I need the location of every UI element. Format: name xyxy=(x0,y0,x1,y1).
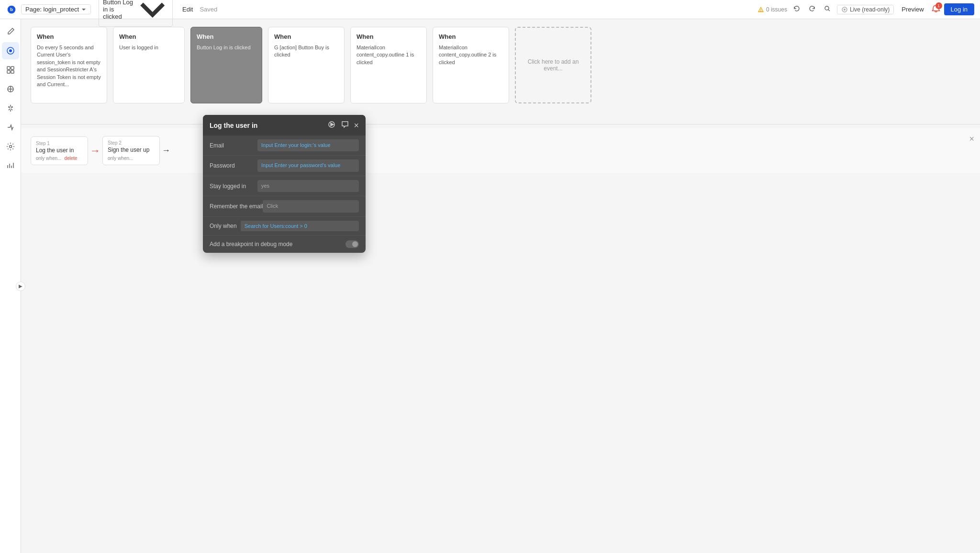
password-label: Password xyxy=(210,159,257,169)
only-when-label: Only when xyxy=(210,223,237,229)
edit-tab[interactable]: Edit xyxy=(182,6,193,13)
page-selector[interactable]: Page: login_protect xyxy=(21,4,91,14)
sidebar-item-styles[interactable] xyxy=(2,80,19,98)
stay-logged-value[interactable]: yes xyxy=(257,180,359,192)
step-1-box[interactable]: Step 1 Log the user in only when... dele… xyxy=(31,136,88,165)
workflow-card-6[interactable]: When MaterialIcon content_copy.outline 2… xyxy=(433,27,509,103)
topbar: b Page: login_protect Button Log in is c… xyxy=(0,0,980,19)
add-event-label: Click here to add an event... xyxy=(522,58,585,72)
redo-button[interactable] xyxy=(806,3,818,16)
issues-count: 0 issues xyxy=(766,6,787,13)
workflow-card-5[interactable]: When MaterialIcon content_copy.outline 1… xyxy=(350,27,427,103)
log-user-in-modal: Log the user in × Email Input Enter your… xyxy=(203,115,366,253)
page-label: Page: login_protect xyxy=(25,6,79,13)
workflow-card-1[interactable]: When Do every 5 seconds and Current User… xyxy=(31,27,107,103)
when-desc-4: G [action] Button Buy is clicked xyxy=(274,44,338,59)
sidebar-item-plugins[interactable] xyxy=(2,100,19,117)
when-label-3: When xyxy=(197,33,256,40)
sidebar-item-elements[interactable] xyxy=(2,61,19,79)
steps-row: Step 1 Log the user in only when... dele… xyxy=(31,136,970,165)
breakpoint-toggle[interactable] xyxy=(345,240,359,248)
step-2-box[interactable]: Step 2 Sign the user up only when... xyxy=(102,136,160,165)
svg-rect-9 xyxy=(7,67,10,69)
live-mode-selector[interactable]: Live (read-only) xyxy=(837,5,894,14)
only-when-row: Only when Search for Users:count > 0 xyxy=(203,217,366,236)
sidebar-item-edit[interactable] xyxy=(2,23,19,40)
workflow-card-2[interactable]: When User is logged in xyxy=(113,27,185,103)
modal-body: Email Input Enter your login:'s value Pa… xyxy=(203,135,366,236)
live-label: Live (read-only) xyxy=(850,6,890,13)
sidebar-collapse[interactable]: ▶ xyxy=(16,282,25,291)
svg-point-8 xyxy=(9,49,12,52)
breakpoint-label: Add a breakpoint in debug mode xyxy=(210,241,292,248)
login-button[interactable]: Log in xyxy=(944,3,974,15)
svg-rect-12 xyxy=(11,70,14,73)
email-label: Email xyxy=(210,139,257,149)
remember-email-row: Remember the email Click xyxy=(203,196,366,216)
sidebar-item-analytics[interactable] xyxy=(2,157,19,174)
step-2-meta[interactable]: only when... xyxy=(108,156,133,161)
stay-logged-label: Stay logged in xyxy=(210,180,257,190)
svg-rect-10 xyxy=(11,67,14,69)
notification-bell[interactable]: 1 xyxy=(932,4,940,15)
when-label-2: When xyxy=(119,33,178,40)
when-desc-3: Button Log in is clicked xyxy=(197,44,256,51)
svg-point-3 xyxy=(760,11,761,11)
modal-title: Log the user in xyxy=(210,122,257,129)
when-label-6: When xyxy=(439,33,503,40)
undo-button[interactable] xyxy=(791,3,802,16)
remember-email-value[interactable]: Click xyxy=(263,200,359,212)
when-label-5: When xyxy=(356,33,421,40)
email-row: Email Input Enter your login:'s value xyxy=(203,135,366,156)
app-logo: b xyxy=(6,4,17,15)
preview-button[interactable]: Preview xyxy=(898,4,927,15)
password-value[interactable]: Input Enter your password's value xyxy=(257,159,359,171)
when-desc-6: MaterialIcon content_copy.outline 2 is c… xyxy=(439,44,503,66)
add-event-card[interactable]: Click here to add an event... xyxy=(515,27,591,103)
workflow-card-3[interactable]: When Button Log in is clicked xyxy=(190,27,262,103)
modal-comment-button[interactable] xyxy=(340,120,350,131)
remember-email-label: Remember the email xyxy=(210,200,263,210)
password-row: Password Input Enter your password's val… xyxy=(203,156,366,176)
when-desc-2: User is logged in xyxy=(119,44,178,51)
sidebar-item-events[interactable] xyxy=(2,119,19,136)
modal-header: Log the user in × xyxy=(203,115,366,135)
modal-play-button[interactable] xyxy=(327,120,336,131)
email-value[interactable]: Input Enter your login:'s value xyxy=(257,139,359,151)
only-when-value[interactable]: Search for Users:count > 0 xyxy=(241,221,359,231)
workflow-cards-row: When Do every 5 seconds and Current User… xyxy=(21,19,980,124)
svg-rect-11 xyxy=(7,70,10,73)
step-arrow-container: → xyxy=(90,145,100,157)
when-label-4: When xyxy=(274,33,338,40)
when-desc-1: Do every 5 seconds and Current User's se… xyxy=(37,44,101,88)
sidebar: ▶ xyxy=(0,19,21,553)
sidebar-item-data[interactable] xyxy=(2,42,19,59)
when-desc-5: MaterialIcon content_copy.outline 1 is c… xyxy=(356,44,421,66)
stay-logged-row: Stay logged in yes xyxy=(203,176,366,196)
svg-point-6 xyxy=(844,9,846,11)
toggle-knob xyxy=(352,241,358,247)
search-button[interactable] xyxy=(822,3,833,16)
svg-point-4 xyxy=(825,6,829,10)
workflow-label: Button Log in is clicked xyxy=(103,0,134,20)
svg-marker-16 xyxy=(331,123,334,126)
main-content: When Do every 5 seconds and Current User… xyxy=(21,19,980,553)
modal-close-button[interactable]: × xyxy=(354,121,359,130)
saved-status: Saved xyxy=(200,6,217,13)
modal-footer: Add a breakpoint in debug mode xyxy=(203,236,366,253)
steps-area: Step 1 Log the user in only when... dele… xyxy=(21,128,980,173)
notification-badge: 1 xyxy=(935,2,942,9)
modal-header-actions: × xyxy=(327,120,359,131)
svg-rect-2 xyxy=(760,9,761,11)
step-2-number: Step 2 xyxy=(108,140,155,146)
sidebar-item-settings[interactable] xyxy=(2,138,19,155)
step-1-delete[interactable]: delete xyxy=(64,156,77,161)
when-label-1: When xyxy=(37,33,101,40)
step-1-number: Step 1 xyxy=(36,141,83,146)
step-1-meta[interactable]: only when... xyxy=(36,156,61,161)
issues-indicator[interactable]: 0 issues xyxy=(757,6,787,13)
workflow-selector[interactable]: Button Log in is clicked xyxy=(99,0,173,27)
close-steps-button[interactable]: × xyxy=(969,134,974,144)
workflow-card-4[interactable]: When G [action] Button Buy is clicked xyxy=(268,27,345,103)
step-1-title: Log the user in xyxy=(36,147,83,154)
